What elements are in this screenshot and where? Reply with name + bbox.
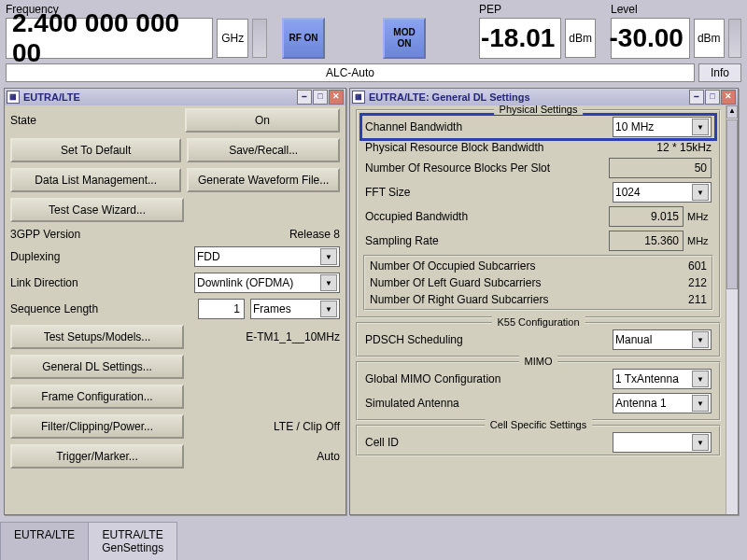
save-recall-button[interactable]: Save/Recall... xyxy=(187,138,340,162)
mod-on-button[interactable]: MOD ON xyxy=(383,18,426,59)
chevron-down-icon[interactable]: ▼ xyxy=(692,434,709,451)
scrollbar[interactable]: ▲ xyxy=(726,105,738,514)
pdsch-scheduling-select[interactable]: Manual▼ xyxy=(613,329,712,350)
pep-unit: dBm xyxy=(565,19,596,58)
generate-waveform-button[interactable]: Generate Waveform File... xyxy=(187,168,340,192)
right-guard-value: 211 xyxy=(641,293,707,306)
test-case-wizard-button[interactable]: Test Case Wizard... xyxy=(10,198,184,222)
close-icon[interactable]: ✕ xyxy=(721,90,736,105)
close-icon[interactable]: ✕ xyxy=(329,90,344,105)
chevron-down-icon[interactable]: ▼ xyxy=(692,395,709,412)
occupied-subcarriers-label: Number Of Occupied Subcarriers xyxy=(370,259,638,273)
test-setups-button[interactable]: Test Setups/Models... xyxy=(10,325,184,349)
tab-eutra-lte-gensettings[interactable]: EUTRA/LTE GenSettings xyxy=(88,522,177,560)
frequency-value[interactable]: 2.400 000 000 00 xyxy=(6,18,213,59)
duplexing-select[interactable]: FDD▼ xyxy=(194,246,340,267)
test-setup-value: E-TM1_1__10MHz xyxy=(190,330,340,343)
chevron-down-icon[interactable]: ▼ xyxy=(320,301,337,317)
scroll-up-icon[interactable]: ▲ xyxy=(726,105,738,119)
pdsch-scheduling-label: PDSCH Scheduling xyxy=(365,333,609,346)
chevron-down-icon[interactable]: ▼ xyxy=(692,119,709,135)
trigger-value: Auto xyxy=(190,450,340,463)
minimize-icon[interactable]: ‒ xyxy=(689,90,704,105)
version-label: 3GPP Version xyxy=(10,228,194,241)
level-sunk-pad xyxy=(728,19,741,58)
sampling-rate-label: Sampling Rate xyxy=(365,234,605,247)
trigger-marker-button[interactable]: Trigger/Marker... xyxy=(10,444,184,469)
left-guard-value: 212 xyxy=(641,276,707,289)
occupied-subcarriers-value: 601 xyxy=(641,259,707,273)
chevron-down-icon[interactable]: ▼ xyxy=(692,371,709,387)
pep-label: PEP xyxy=(479,3,596,16)
alc-status: ALC-Auto xyxy=(6,63,695,82)
link-direction-label: Link Direction xyxy=(10,276,189,289)
physical-settings-legend: Physical Settings xyxy=(494,105,584,115)
window-icon: ▦ xyxy=(7,91,20,104)
info-button[interactable]: Info xyxy=(698,63,741,82)
window-icon: ▦ xyxy=(352,91,365,104)
level-label: Level xyxy=(611,3,741,16)
level-value[interactable]: -30.00 xyxy=(611,18,690,59)
cell-specific-legend: Cell Specific Settings xyxy=(485,419,592,430)
eutra-lte-window: ▦ EUTRA/LTE ‒ □ ✕ State On Set To Defaul… xyxy=(4,88,346,515)
chevron-down-icon[interactable]: ▼ xyxy=(320,274,337,291)
version-value: Release 8 xyxy=(200,228,340,241)
chevron-down-icon[interactable]: ▼ xyxy=(692,331,709,348)
sequence-unit-select[interactable]: Frames▼ xyxy=(250,299,340,319)
set-to-default-button[interactable]: Set To Default xyxy=(10,138,181,162)
fft-size-label: FFT Size xyxy=(365,186,609,199)
general-dl-settings-button[interactable]: General DL Settings... xyxy=(10,355,184,379)
rf-on-button[interactable]: RF ON xyxy=(282,18,325,59)
filter-value: LTE / Clip Off xyxy=(190,420,340,433)
minimize-icon[interactable]: ‒ xyxy=(297,90,312,105)
prb-bandwidth-value: 12 * 15kHz xyxy=(646,141,712,154)
level-unit[interactable]: dBm xyxy=(694,19,725,58)
left-guard-label: Number Of Left Guard Subcarriers xyxy=(370,276,638,289)
freq-sunk-pad xyxy=(252,19,267,58)
mimo-legend: MIMO xyxy=(519,356,558,367)
state-label: State xyxy=(10,114,179,127)
channel-bandwidth-row[interactable]: Channel Bandwidth 10 MHz▼ xyxy=(361,115,715,139)
occupied-bw-unit: MHz xyxy=(687,211,712,222)
global-mimo-select[interactable]: 1 TxAntenna▼ xyxy=(613,369,712,389)
occupied-bw-value: 9.015 xyxy=(609,206,684,227)
chevron-down-icon[interactable]: ▼ xyxy=(320,248,337,265)
fft-size-select[interactable]: 1024▼ xyxy=(613,182,712,203)
window-title: EUTRA/LTE xyxy=(23,91,80,103)
general-dl-settings-window: ▦ EUTRA/LTE: General DL Settings ‒ □ ✕ ▲… xyxy=(349,88,739,515)
scroll-thumb[interactable] xyxy=(726,119,738,289)
num-resource-blocks-label: Number Of Resource Blocks Per Slot xyxy=(365,161,605,175)
sequence-length-input[interactable]: 1 xyxy=(198,299,245,319)
state-button[interactable]: On xyxy=(185,108,340,133)
sampling-rate-value: 15.360 xyxy=(609,231,684,251)
occupied-bw-label: Occupied Bandwidth xyxy=(365,210,605,223)
data-list-management-button[interactable]: Data List Management... xyxy=(10,168,181,192)
pep-value: -18.01 xyxy=(479,18,561,59)
cell-id-select[interactable]: ▼ xyxy=(613,432,712,453)
frequency-unit[interactable]: GHz xyxy=(217,19,248,58)
simulated-antenna-select[interactable]: Antenna 1▼ xyxy=(613,393,712,413)
channel-bandwidth-select[interactable]: 10 MHz▼ xyxy=(613,117,712,137)
maximize-icon[interactable]: □ xyxy=(313,90,328,105)
prb-bandwidth-label: Physical Resource Block Bandwidth xyxy=(365,141,642,154)
sequence-length-label: Sequence Length xyxy=(10,302,192,315)
global-mimo-label: Global MIMO Configuration xyxy=(365,372,609,385)
right-guard-label: Number Of Right Guard Subcarriers xyxy=(370,293,638,306)
sampling-rate-unit: MHz xyxy=(687,235,712,246)
chevron-down-icon[interactable]: ▼ xyxy=(692,184,709,201)
link-direction-select[interactable]: Downlink (OFDMA)▼ xyxy=(194,273,340,293)
frame-configuration-button[interactable]: Frame Configuration... xyxy=(10,385,184,409)
maximize-icon[interactable]: □ xyxy=(705,90,720,105)
window-title: EUTRA/LTE: General DL Settings xyxy=(369,91,530,103)
simulated-antenna-label: Simulated Antenna xyxy=(365,397,609,410)
cell-id-label: Cell ID xyxy=(365,436,609,449)
duplexing-label: Duplexing xyxy=(10,250,189,263)
num-resource-blocks-value: 50 xyxy=(609,158,712,178)
k55-legend: K55 Configuration xyxy=(491,316,585,328)
filter-clipping-button[interactable]: Filter/Clipping/Power... xyxy=(10,414,184,439)
tab-eutra-lte[interactable]: EUTRA/LTE xyxy=(0,522,89,560)
